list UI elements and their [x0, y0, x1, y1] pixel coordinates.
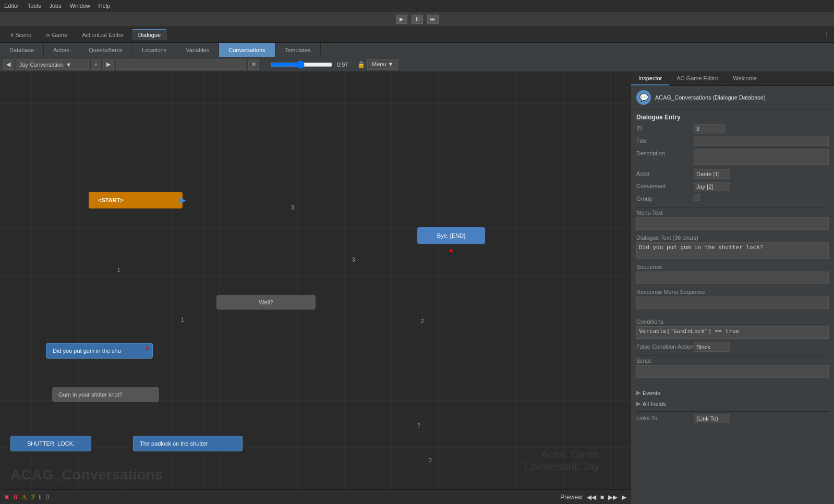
- db-tab-actors[interactable]: Actors: [44, 43, 79, 57]
- top-menu-bar: Editor Tools Jobs Window Help: [0, 0, 834, 11]
- conversation-name: Jay Conversation: [19, 62, 64, 68]
- search-clear-button[interactable]: ✕: [248, 59, 259, 70]
- field-label-response-seq-header: Response Menu Sequence: [636, 289, 829, 295]
- db-tab-conversations[interactable]: Conversations: [219, 43, 275, 57]
- field-row-links-to: Links To: (Link To): [636, 414, 829, 424]
- field-input-dialoguetext[interactable]: Did you put gum in the shutter lock?: [636, 242, 829, 259]
- node-padlock[interactable]: The padlock on the shutter: [133, 436, 243, 451]
- zoom-value: 0.97: [337, 62, 355, 68]
- field-dropdown-false-cond[interactable]: Block: [694, 342, 730, 352]
- field-label-conditions-header: Conditions: [636, 318, 829, 325]
- all-fields-label: All Fields: [643, 401, 666, 407]
- play-button[interactable]: ▶: [396, 15, 407, 24]
- database-tab-bar: Database Actors Quests/Items Locations V…: [0, 43, 834, 57]
- badge-1-well: 1: [181, 317, 184, 323]
- transport-bar: ▶ ⏸ ⏭: [0, 11, 834, 27]
- db-tab-quests[interactable]: Quests/Items: [79, 43, 132, 57]
- prev-play-btn[interactable]: ◀◀: [587, 494, 596, 501]
- field-input-response-seq[interactable]: [636, 297, 829, 309]
- menu-editor[interactable]: Editor: [4, 3, 19, 9]
- tab-more-dots[interactable]: ⋮: [824, 31, 830, 39]
- node-gum-shitter[interactable]: Gum in your shitter knot?: [52, 387, 159, 402]
- pause-button[interactable]: ⏸: [412, 15, 423, 24]
- tab-inspector[interactable]: Inspector: [631, 72, 669, 85]
- tab-scene[interactable]: # Scene: [4, 30, 38, 40]
- field-label-false-cond: False Condition Action: [636, 342, 694, 350]
- error-count: 8: [14, 494, 17, 501]
- tab-dialogue[interactable]: Dialogue: [132, 29, 167, 40]
- add-conversation-button[interactable]: +: [91, 59, 101, 70]
- field-input-script[interactable]: [636, 365, 829, 378]
- field-input-description[interactable]: [694, 149, 829, 165]
- db-tab-variables[interactable]: Variables: [176, 43, 219, 57]
- field-label-title: Title: [636, 137, 694, 144]
- zoom-slider[interactable]: [270, 60, 333, 69]
- node-well-label: Well?: [259, 299, 273, 305]
- field-input-conditions[interactable]: Variable["GumInLock"] == true: [636, 326, 829, 339]
- node-padlock-label: The padlock on the shutter: [140, 440, 208, 447]
- node-start[interactable]: <START> ▶: [89, 192, 183, 208]
- nav-prev-button[interactable]: ◀: [3, 59, 14, 70]
- database-icon: 💬: [636, 90, 651, 105]
- section-title-dialogue-entry: Dialogue Entry: [636, 114, 829, 121]
- events-expandable[interactable]: ▶ Events: [636, 387, 829, 398]
- field-checkbox-group[interactable]: [694, 194, 700, 201]
- prev-fwd-btn[interactable]: ▶: [622, 494, 626, 501]
- field-label-conversant: Conversant: [636, 182, 694, 189]
- menu-jobs[interactable]: Jobs: [49, 3, 61, 9]
- database-title: ACAG_Conversations (Dialogue Database): [655, 94, 766, 101]
- field-row-conversant: Conversant Jay [2]: [636, 182, 829, 192]
- field-label-sequence-header: Sequence: [636, 264, 829, 270]
- field-label-menutext-header: Menu Text: [636, 210, 829, 216]
- field-dropdown-conversant[interactable]: Jay [2]: [694, 182, 730, 191]
- node-start-label: <START>: [98, 197, 124, 203]
- field-input-title[interactable]: [694, 137, 829, 146]
- field-label-dialoguetext-header: Dialogue Text (36 chars): [636, 235, 829, 241]
- menu-tools[interactable]: Tools: [28, 3, 41, 9]
- inspector-panel: Inspector AC Game Editor Welcome 💬 ACAG_…: [631, 72, 834, 504]
- field-input-sequence[interactable]: [636, 272, 829, 284]
- node-well[interactable]: Well?: [216, 295, 316, 310]
- conversation-bar: ◀ Jay Conversation ▼ + ▶ ✕ 0.97 🔒 Menu ▼: [0, 57, 834, 72]
- node-gum-shitter-label: Gum in your shitter knot?: [58, 391, 123, 398]
- db-tab-templates[interactable]: Templates: [275, 43, 321, 57]
- all-fields-expandable[interactable]: ▶ All Fields: [636, 398, 829, 409]
- step-button[interactable]: ⏭: [427, 15, 439, 24]
- inspector-tab-bar: Inspector AC Game Editor Welcome: [631, 72, 834, 86]
- menu-button[interactable]: Menu ▼: [367, 59, 398, 70]
- node-shutter-lock-label: SHUTTER. LOCK.: [27, 440, 75, 447]
- tab-welcome[interactable]: Welcome: [726, 72, 764, 85]
- menu-window[interactable]: Window: [70, 3, 90, 9]
- db-tab-locations[interactable]: Locations: [132, 43, 176, 57]
- preview-label: Preview: [560, 494, 583, 501]
- tab-actionlist[interactable]: ActionList Editor: [76, 30, 129, 40]
- node-gum[interactable]: Did you put gum in the shu ▼: [46, 343, 153, 359]
- db-tab-database[interactable]: Database: [0, 43, 44, 57]
- badge-3-mid: 3: [352, 257, 355, 263]
- node-bye-end[interactable]: Bye. [END] ▲: [417, 227, 485, 244]
- field-label-actor: Actor: [636, 169, 694, 177]
- prev-stop-btn[interactable]: ■: [600, 494, 604, 501]
- tab-game[interactable]: ∞ Game: [40, 30, 74, 40]
- field-dropdown-links-to[interactable]: (Link To): [694, 414, 730, 423]
- conversation-dropdown[interactable]: Jay Conversation ▼: [16, 59, 89, 70]
- badge-2-bottom: 2: [417, 423, 420, 428]
- dialogue-canvas[interactable]: 3 1 3 2 1 2 3 <START> ▶ Bye. [END] ▲ Wel…: [0, 72, 631, 504]
- field-row-actor: Actor Dante [1]: [636, 169, 829, 180]
- menu-help[interactable]: Help: [99, 3, 111, 9]
- node-shutter-lock[interactable]: SHUTTER. LOCK.: [10, 436, 91, 451]
- search-input[interactable]: [116, 59, 246, 70]
- editor-tab-bar: # Scene ∞ Game ActionList Editor Dialogu…: [0, 27, 834, 43]
- dropdown-arrow-icon: ▼: [66, 62, 71, 68]
- dialogue-entry-section: Dialogue Entry ID 3 Title Description Ac…: [631, 109, 834, 431]
- nav-next-button[interactable]: ▶: [103, 59, 114, 70]
- field-dropdown-actor[interactable]: Dante [1]: [694, 169, 730, 179]
- node-bye-label: Bye. [END]: [437, 232, 465, 239]
- field-label-script-header: Script: [636, 358, 829, 364]
- status-bar: ✖ 8 ⚠ 2 ℹ 0 Preview ◀◀ ■ ▶▶ ▶: [0, 489, 631, 504]
- prev-step-btn[interactable]: ▶▶: [608, 494, 618, 501]
- red-indicator-gum: ▼: [144, 346, 150, 352]
- tab-ac-game-editor[interactable]: AC Game Editor: [669, 72, 726, 85]
- field-input-menutext[interactable]: [636, 217, 829, 230]
- field-label-links-to: Links To:: [636, 414, 694, 421]
